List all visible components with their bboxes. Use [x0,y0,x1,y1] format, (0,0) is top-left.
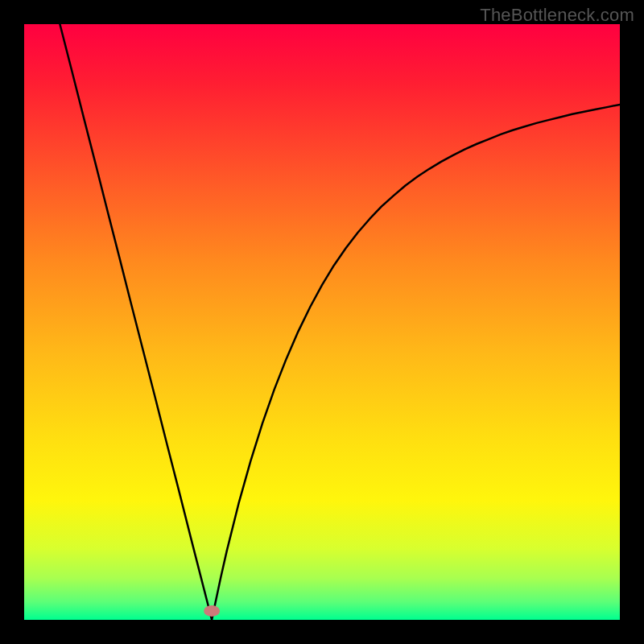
plot-area [24,24,620,620]
gradient-background [24,24,620,620]
watermark-text: TheBottleneck.com [480,5,634,26]
chart-container: TheBottleneck.com [0,0,644,644]
minimum-marker [204,605,220,617]
